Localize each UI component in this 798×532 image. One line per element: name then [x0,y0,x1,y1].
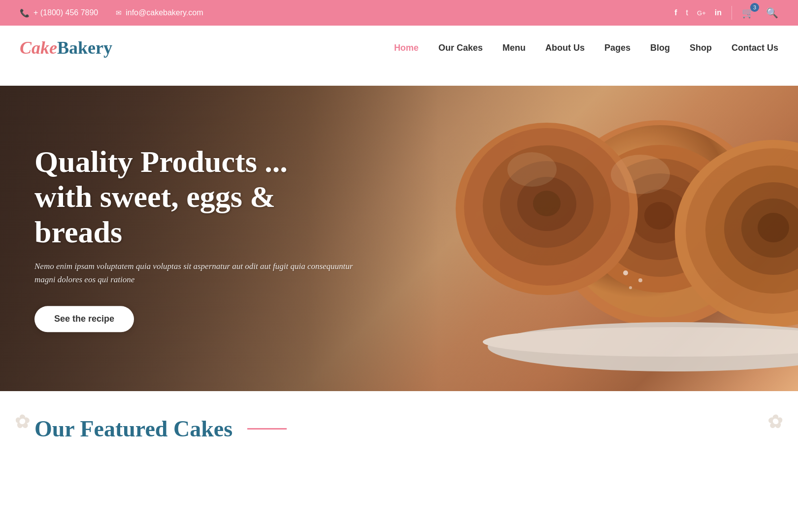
nav-shop[interactable]: Shop [690,43,712,53]
flower-decoration-right: ✿ [767,411,783,432]
top-bar: 📞 + (1800) 456 7890 ✉ info@cakebakery.co… [0,0,798,26]
top-bar-right: f t G+ in 🛒 3 🔍 [674,6,778,20]
nav-about-us[interactable]: About Us [545,43,585,53]
main-nav: Home Our Cakes Menu About Us Pages Blog … [394,43,778,53]
logo[interactable]: CakeBakery [20,37,112,58]
logo-bakery: Bakery [57,38,112,58]
nav-menu[interactable]: Menu [502,43,526,53]
top-bar-contact: 📞 + (1800) 456 7890 ✉ info@cakebakery.co… [20,8,203,18]
cart-count: 3 [750,3,759,12]
nav-home[interactable]: Home [394,43,419,53]
svg-point-15 [533,191,561,216]
svg-point-25 [507,152,557,187]
cart-badge[interactable]: 🛒 3 [742,7,754,19]
svg-point-7 [623,270,628,275]
svg-point-21 [758,213,789,242]
google-plus-icon[interactable]: G+ [697,9,706,17]
social-icons: f t G+ in [674,8,722,17]
svg-point-6 [644,202,674,230]
hero-section: Quality Products ... with sweet, eggs & … [0,86,798,391]
logo-cake: Cake [20,38,57,58]
twitter-icon[interactable]: t [686,8,688,17]
linkedin-icon[interactable]: in [715,8,722,17]
phone-icon: 📞 [20,8,30,18]
svg-point-24 [611,155,670,194]
hero-content: Quality Products ... with sweet, eggs & … [34,144,369,332]
see-recipe-button[interactable]: See the recipe [34,306,134,332]
email-item: ✉ info@cakebakery.com [116,8,203,17]
flower-decoration-left: ✿ [15,411,31,432]
hero-title-line2: with sweet, eggs & breads [34,180,275,249]
hero-title-line1: Quality Products ... [34,145,288,178]
phone-number: + (1800) 456 7890 [33,8,98,17]
nav-contact-us[interactable]: Contact Us [732,43,778,53]
scallop-decoration [0,70,798,86]
nav-blog[interactable]: Blog [650,43,670,53]
email-icon: ✉ [116,9,122,17]
below-hero-section: ✿ ✿ Our Featured Cakes [0,391,798,457]
phone-item: 📞 + (1800) 456 7890 [20,8,98,18]
header: CakeBakery Home Our Cakes Menu About Us … [0,26,798,70]
svg-point-8 [638,278,642,282]
header-wrapper: CakeBakery Home Our Cakes Menu About Us … [0,26,798,86]
facebook-icon[interactable]: f [674,8,677,17]
hero-title: Quality Products ... with sweet, eggs & … [34,144,369,250]
search-icon[interactable]: 🔍 [766,7,778,19]
email-address: info@cakebakery.com [126,8,203,17]
svg-point-9 [629,286,632,289]
nav-our-cakes[interactable]: Our Cakes [438,43,483,53]
hero-subtitle: Nemo enim ipsam voluptatem quia voluptas… [34,260,369,286]
featured-cakes-title: Our Featured Cakes [34,416,764,442]
nav-pages[interactable]: Pages [604,43,631,53]
